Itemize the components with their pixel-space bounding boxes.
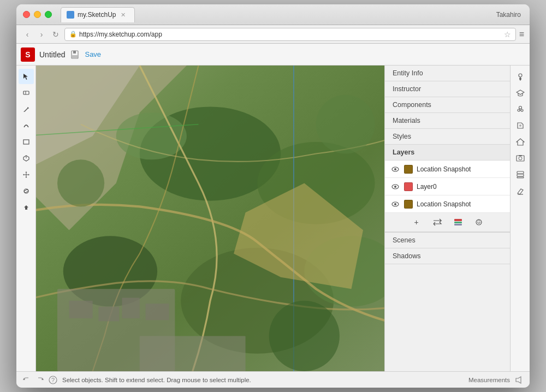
svg-point-44 bbox=[518, 109, 520, 111]
main-content: Entity Info Instructor Components Materi… bbox=[16, 66, 530, 371]
svg-point-43 bbox=[519, 106, 521, 109]
layers-icon[interactable] bbox=[513, 167, 528, 182]
layer-visibility-0[interactable] bbox=[390, 164, 400, 174]
layers-toolbar: + bbox=[385, 213, 510, 232]
add-layer-button[interactable]: + bbox=[410, 216, 423, 229]
close-button[interactable] bbox=[23, 11, 30, 18]
delete-layer-button[interactable] bbox=[472, 216, 485, 229]
lock-icon: 🔒 bbox=[69, 31, 77, 38]
styles-section[interactable]: Styles bbox=[385, 129, 510, 145]
location-icon[interactable] bbox=[513, 69, 528, 84]
sort-layers-button[interactable] bbox=[452, 216, 465, 229]
svg-point-49 bbox=[519, 124, 521, 127]
save-button[interactable]: Save bbox=[85, 50, 101, 58]
arc-tool[interactable] bbox=[19, 118, 34, 133]
svg-rect-25 bbox=[140, 336, 246, 371]
paint-icon[interactable] bbox=[513, 118, 528, 133]
svg-rect-40 bbox=[454, 224, 462, 225]
minimize-button[interactable] bbox=[34, 11, 41, 18]
refresh-button[interactable]: ↻ bbox=[50, 29, 61, 40]
svg-rect-56 bbox=[517, 177, 524, 178]
address-bar[interactable]: 🔒 https://my.sketchup.com/app ☆ bbox=[64, 28, 516, 41]
svg-marker-10 bbox=[24, 205, 28, 210]
svg-rect-23 bbox=[122, 298, 139, 318]
save-icon[interactable] bbox=[69, 49, 80, 60]
rectangle-tool[interactable] bbox=[19, 134, 34, 150]
move-layer-button[interactable] bbox=[431, 216, 444, 229]
measurements-label: Measurements bbox=[468, 377, 510, 383]
tab-close-button[interactable]: ✕ bbox=[119, 11, 127, 19]
browser-menu-icon[interactable]: ≡ bbox=[519, 29, 524, 39]
undo-icon[interactable] bbox=[22, 375, 32, 385]
graduation-icon[interactable] bbox=[513, 85, 528, 100]
select-tool[interactable] bbox=[19, 69, 34, 84]
svg-rect-53 bbox=[519, 155, 522, 156]
redo-icon[interactable] bbox=[35, 375, 45, 385]
svg-rect-22 bbox=[98, 307, 119, 322]
layer-color-1 bbox=[404, 182, 413, 191]
svg-point-52 bbox=[519, 157, 522, 160]
svg-point-30 bbox=[316, 95, 375, 154]
left-toolbar bbox=[16, 66, 36, 371]
layer-row-2[interactable]: Location Snapshot bbox=[385, 195, 510, 213]
move-tool[interactable] bbox=[19, 167, 34, 182]
svg-rect-54 bbox=[517, 171, 524, 174]
help-icon[interactable]: ? bbox=[48, 375, 58, 385]
materials-section[interactable]: Materials bbox=[385, 113, 510, 129]
maximize-button[interactable] bbox=[45, 11, 52, 18]
svg-point-33 bbox=[394, 168, 396, 170]
svg-point-35 bbox=[394, 186, 396, 188]
layer-row-1[interactable]: Layer0 bbox=[385, 178, 510, 195]
warehouse-icon[interactable] bbox=[513, 102, 528, 117]
browser-tab[interactable]: my.SketchUp ✕ bbox=[61, 7, 135, 22]
svg-marker-62 bbox=[516, 377, 521, 383]
components-section[interactable]: Components bbox=[385, 97, 510, 113]
svg-point-45 bbox=[521, 109, 523, 111]
right-icons-strip bbox=[510, 66, 530, 371]
forward-button[interactable]: › bbox=[36, 29, 47, 40]
bookmark-icon[interactable]: ☆ bbox=[504, 30, 511, 39]
svg-marker-50 bbox=[517, 139, 524, 145]
svg-text:?: ? bbox=[51, 377, 55, 383]
back-button[interactable]: ‹ bbox=[22, 29, 33, 40]
svg-line-47 bbox=[521, 109, 522, 109]
svg-rect-5 bbox=[23, 140, 29, 144]
instructor-section[interactable]: Instructor bbox=[385, 81, 510, 97]
photo-icon[interactable] bbox=[513, 151, 528, 166]
entity-info-section[interactable]: Entity Info bbox=[385, 66, 510, 81]
lookaround-tool[interactable] bbox=[19, 200, 34, 215]
layers-section: Layers Location Snapshot Layer0 bbox=[385, 145, 510, 233]
orbit-tool[interactable] bbox=[19, 183, 34, 199]
layer-visibility-2[interactable] bbox=[390, 199, 400, 209]
svg-rect-1 bbox=[73, 51, 76, 54]
svg-rect-3 bbox=[23, 91, 29, 94]
speaker-icon[interactable] bbox=[514, 375, 524, 385]
layer-row-0[interactable]: Location Snapshot bbox=[385, 161, 510, 178]
right-panel: Entity Info Instructor Components Materi… bbox=[384, 66, 510, 371]
user-label: Takahiro bbox=[496, 11, 521, 19]
scenes-section[interactable]: Scenes bbox=[385, 233, 510, 248]
shadows-section[interactable]: Shadows bbox=[385, 248, 510, 264]
app-window: my.SketchUp ✕ Takahiro ‹ › ↻ 🔒 https://m… bbox=[16, 4, 530, 388]
eraser-icon2[interactable] bbox=[513, 183, 528, 199]
svg-point-37 bbox=[394, 203, 396, 205]
layers-header[interactable]: Layers bbox=[385, 145, 510, 161]
layer-name-2: Location Snapshot bbox=[417, 200, 505, 208]
statusbar: ? Select objects. Shift to extend select… bbox=[16, 371, 530, 388]
map-viewport[interactable] bbox=[36, 66, 384, 371]
eraser-tool[interactable] bbox=[19, 85, 34, 100]
svg-rect-38 bbox=[454, 219, 462, 221]
layer-visibility-1[interactable] bbox=[390, 182, 400, 192]
svg-rect-21 bbox=[69, 301, 93, 318]
svg-point-41 bbox=[519, 74, 522, 77]
home-icon[interactable] bbox=[513, 134, 528, 150]
svg-rect-24 bbox=[146, 304, 169, 320]
layer-color-2 bbox=[404, 200, 413, 209]
svg-line-46 bbox=[519, 109, 520, 109]
sketchup-logo: S bbox=[21, 47, 35, 62]
pencil-tool[interactable] bbox=[19, 102, 34, 117]
layer-color-0 bbox=[404, 165, 413, 174]
svg-point-31 bbox=[269, 301, 340, 371]
pushpull-tool[interactable] bbox=[19, 151, 34, 166]
tab-favicon bbox=[67, 11, 74, 19]
